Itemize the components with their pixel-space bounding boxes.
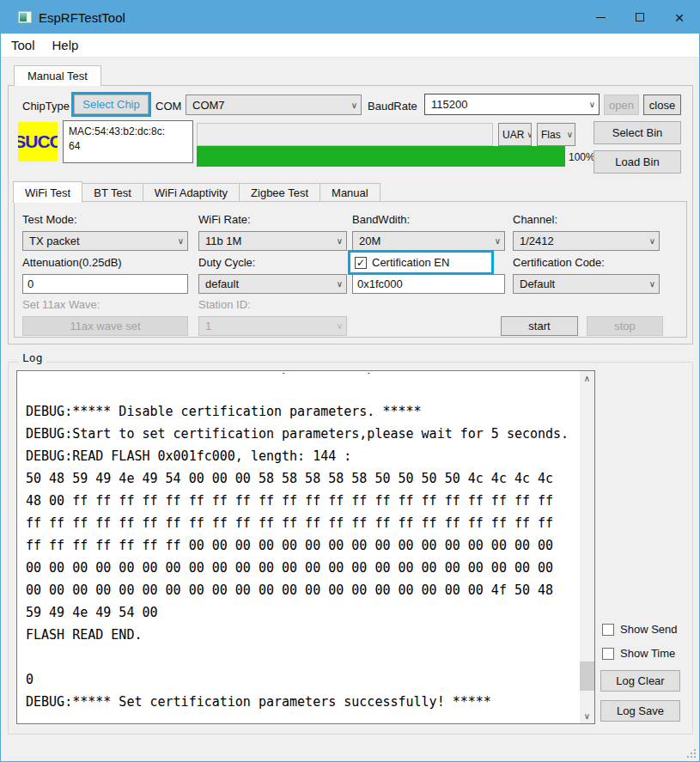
mac-line2: 64 bbox=[69, 139, 187, 154]
titlebar: EspRFTestTool × bbox=[1, 1, 699, 34]
chevron-down-icon: ∨ bbox=[351, 101, 357, 110]
channel-label: Channel: bbox=[513, 213, 557, 226]
duty-cycle-value: default bbox=[205, 277, 239, 290]
show-send-checkbox[interactable] bbox=[602, 624, 614, 636]
test-mode-value: TX packet bbox=[29, 235, 80, 247]
progress-percent: 100% bbox=[569, 151, 595, 163]
station-id-select[interactable]: 1 ∨ bbox=[198, 316, 347, 336]
tab-wifi-adaptivity[interactable]: WiFi Adaptivity bbox=[143, 183, 240, 202]
channel-select[interactable]: 1/2412 ∨ bbox=[513, 231, 660, 251]
log-partial-line: DEBUG:Start to set certification paramet… bbox=[26, 373, 578, 378]
start-button[interactable]: start bbox=[501, 316, 578, 336]
certification-en-checkbox[interactable]: ✓ bbox=[355, 257, 367, 269]
menubar: Tool Help bbox=[1, 34, 699, 58]
status-badge: SUCC bbox=[18, 122, 58, 162]
bandwidth-value: 20M bbox=[359, 235, 380, 247]
com-select[interactable]: COM7 ∨ bbox=[186, 94, 362, 115]
duty-cycle-select[interactable]: default ∨ bbox=[198, 274, 347, 294]
chevron-down-icon: ∨ bbox=[589, 100, 595, 109]
flash-select[interactable]: Flas ∨ bbox=[537, 123, 575, 146]
channel-value: 1/2412 bbox=[520, 235, 554, 247]
chevron-down-icon: ∨ bbox=[178, 236, 184, 246]
log-line: ff ff ff ff ff ff ff ff ff ff ff ff ff f… bbox=[26, 512, 578, 534]
menu-tool[interactable]: Tool bbox=[1, 38, 44, 52]
certification-en-label: Certification EN bbox=[372, 256, 449, 269]
test-tabbar: WiFi Test BT Test WiFi Adaptivity Zigbee… bbox=[14, 181, 380, 202]
uart-select-value: UAR bbox=[502, 129, 524, 141]
wifi-rate-select[interactable]: 11b 1M ∨ bbox=[198, 231, 347, 251]
log-line: 48 00 ff ff ff ff ff ff ff ff ff ff ff f… bbox=[26, 490, 578, 512]
app-icon bbox=[18, 11, 32, 23]
mac-address-box: MAC:54:43:b2:dc:8c: 64 bbox=[63, 120, 193, 163]
scrollbar-thumb[interactable] bbox=[580, 661, 594, 691]
minimize-icon bbox=[596, 17, 606, 18]
attenuation-input[interactable]: 0 bbox=[22, 274, 188, 294]
11ax-wave-set-button[interactable]: 11ax wave set bbox=[22, 316, 188, 336]
certification-addr-input[interactable]: 0x1fc000 bbox=[352, 274, 505, 294]
uart-select[interactable]: UAR ∨ bbox=[498, 123, 532, 146]
chevron-down-icon: ∨ bbox=[649, 279, 655, 289]
log-textarea[interactable]: DEBUG:Start to set certification paramet… bbox=[16, 370, 595, 724]
close-button[interactable]: × bbox=[660, 1, 699, 34]
select-chip-button[interactable]: Select Chip bbox=[74, 94, 149, 114]
log-save-button[interactable]: Log Save bbox=[600, 700, 680, 722]
certification-code-value: Default bbox=[520, 277, 555, 290]
close-port-button[interactable]: close bbox=[643, 94, 681, 115]
certification-code-select[interactable]: Default ∨ bbox=[513, 274, 660, 294]
maximize-icon bbox=[636, 13, 644, 21]
check-icon: ✓ bbox=[356, 257, 365, 269]
log-group-label: Log bbox=[18, 351, 46, 364]
attenuation-label: Attenuation(0.25dB) bbox=[22, 256, 122, 269]
log-clear-button[interactable]: Log Clear bbox=[600, 670, 680, 692]
set-11ax-wave-label: Set 11ax Wave: bbox=[22, 298, 100, 311]
select-bin-button[interactable]: Select Bin bbox=[593, 121, 681, 144]
chevron-down-icon: ∨ bbox=[337, 279, 343, 289]
baudrate-label: BaudRate bbox=[368, 100, 417, 113]
flash-select-value: Flas bbox=[541, 129, 561, 141]
station-id-label: Station ID: bbox=[198, 298, 251, 311]
duty-cycle-label: Duty Cycle: bbox=[198, 256, 255, 269]
scroll-down-icon[interactable]: ∨ bbox=[580, 709, 594, 723]
menu-help[interactable]: Help bbox=[44, 38, 88, 52]
chevron-down-icon: ∨ bbox=[649, 236, 655, 246]
wifi-rate-value: 11b 1M bbox=[205, 235, 241, 247]
bin-path-field[interactable] bbox=[197, 123, 493, 146]
com-select-value: COM7 bbox=[192, 99, 225, 112]
window-controls: × bbox=[581, 1, 699, 34]
tab-manual-test[interactable]: Manual Test bbox=[14, 65, 101, 86]
tab-manual[interactable]: Manual bbox=[320, 183, 380, 202]
log-line: DEBUG:***** Disable certification parame… bbox=[26, 400, 578, 423]
test-mode-select[interactable]: TX packet ∨ bbox=[22, 231, 188, 251]
mac-line1: MAC:54:43:b2:dc:8c: bbox=[69, 125, 187, 139]
minimize-button[interactable] bbox=[581, 1, 620, 34]
chiptype-label: ChipType bbox=[22, 100, 70, 113]
chevron-down-icon: ∨ bbox=[337, 236, 343, 246]
open-button[interactable]: open bbox=[604, 94, 639, 115]
log-line: 00 00 00 00 00 00 00 00 00 00 00 00 00 0… bbox=[26, 557, 578, 579]
chevron-down-icon: ∨ bbox=[567, 130, 573, 139]
load-bin-button[interactable]: Load Bin bbox=[593, 150, 681, 174]
show-time-checkbox[interactable] bbox=[602, 648, 614, 660]
tab-zigbee-test[interactable]: Zigbee Test bbox=[239, 183, 320, 202]
bandwidth-select[interactable]: 20M ∨ bbox=[352, 231, 505, 251]
log-line: ff ff ff ff ff ff ff 00 00 00 00 00 00 0… bbox=[26, 534, 578, 557]
wifi-rate-label: WiFi Rate: bbox=[198, 213, 251, 226]
scroll-up-icon[interactable]: ∧ bbox=[580, 371, 594, 386]
chevron-down-icon: ∨ bbox=[495, 236, 501, 246]
baudrate-select[interactable]: 115200 ∨ bbox=[424, 94, 600, 115]
log-line: 59 49 4e 49 54 00 bbox=[26, 601, 578, 624]
progress-bar bbox=[197, 146, 565, 167]
app-window: EspRFTestTool × Tool Help Manual Test Ch… bbox=[0, 0, 700, 762]
log-content: DEBUG:Start to set certification paramet… bbox=[17, 371, 580, 723]
log-line: DEBUG:***** Set certification parameters… bbox=[26, 691, 578, 713]
stop-button[interactable]: stop bbox=[587, 316, 663, 336]
chevron-down-icon: ∨ bbox=[527, 130, 532, 139]
tab-bt-test[interactable]: BT Test bbox=[82, 183, 143, 202]
baudrate-select-value: 115200 bbox=[431, 98, 467, 111]
test-mode-label: Test Mode: bbox=[22, 213, 77, 226]
tab-wifi-test[interactable]: WiFi Test bbox=[13, 181, 82, 203]
log-scrollbar[interactable]: ∧ ∨ bbox=[580, 371, 594, 723]
bandwidth-label: BandWdith: bbox=[352, 213, 410, 226]
resize-grip[interactable] bbox=[687, 749, 696, 758]
maximize-button[interactable] bbox=[620, 1, 660, 34]
